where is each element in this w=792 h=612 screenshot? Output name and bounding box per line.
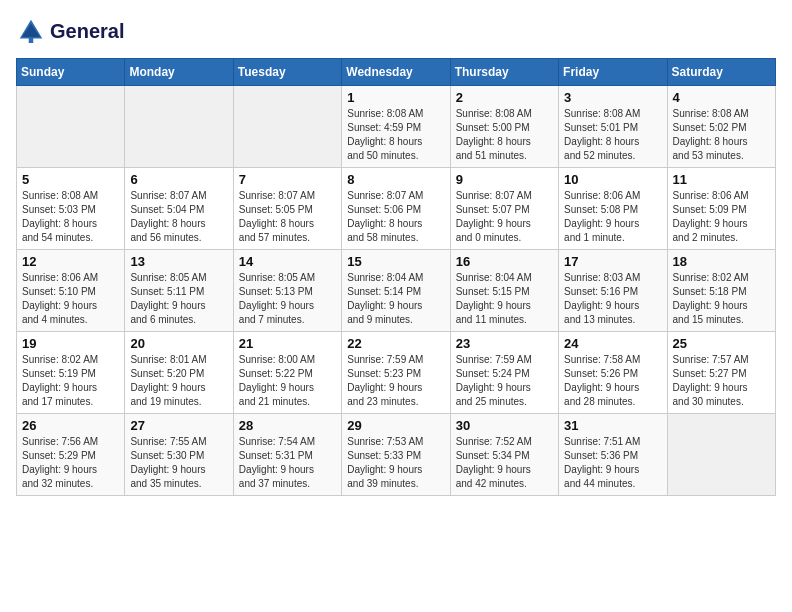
calendar-header-row: SundayMondayTuesdayWednesdayThursdayFrid… (17, 59, 776, 86)
calendar-cell: 29Sunrise: 7:53 AM Sunset: 5:33 PM Dayli… (342, 414, 450, 496)
calendar-cell: 23Sunrise: 7:59 AM Sunset: 5:24 PM Dayli… (450, 332, 558, 414)
day-number: 7 (239, 172, 336, 187)
calendar-table: SundayMondayTuesdayWednesdayThursdayFrid… (16, 58, 776, 496)
calendar-cell (667, 414, 775, 496)
day-info: Sunrise: 8:06 AM Sunset: 5:09 PM Dayligh… (673, 189, 770, 245)
calendar-body: 1Sunrise: 8:08 AM Sunset: 4:59 PM Daylig… (17, 86, 776, 496)
day-info: Sunrise: 7:59 AM Sunset: 5:24 PM Dayligh… (456, 353, 553, 409)
calendar-cell: 12Sunrise: 8:06 AM Sunset: 5:10 PM Dayli… (17, 250, 125, 332)
day-number: 9 (456, 172, 553, 187)
svg-rect-2 (29, 37, 34, 43)
day-info: Sunrise: 8:08 AM Sunset: 5:02 PM Dayligh… (673, 107, 770, 163)
calendar-cell: 21Sunrise: 8:00 AM Sunset: 5:22 PM Dayli… (233, 332, 341, 414)
day-number: 22 (347, 336, 444, 351)
day-info: Sunrise: 8:07 AM Sunset: 5:06 PM Dayligh… (347, 189, 444, 245)
calendar-cell: 24Sunrise: 7:58 AM Sunset: 5:26 PM Dayli… (559, 332, 667, 414)
day-info: Sunrise: 7:59 AM Sunset: 5:23 PM Dayligh… (347, 353, 444, 409)
day-number: 14 (239, 254, 336, 269)
day-header-tuesday: Tuesday (233, 59, 341, 86)
calendar-week-3: 12Sunrise: 8:06 AM Sunset: 5:10 PM Dayli… (17, 250, 776, 332)
calendar-cell: 10Sunrise: 8:06 AM Sunset: 5:08 PM Dayli… (559, 168, 667, 250)
calendar-cell (125, 86, 233, 168)
logo-text: General (50, 20, 124, 42)
calendar-cell: 8Sunrise: 8:07 AM Sunset: 5:06 PM Daylig… (342, 168, 450, 250)
day-header-monday: Monday (125, 59, 233, 86)
calendar-cell: 18Sunrise: 8:02 AM Sunset: 5:18 PM Dayli… (667, 250, 775, 332)
day-number: 26 (22, 418, 119, 433)
day-info: Sunrise: 8:06 AM Sunset: 5:08 PM Dayligh… (564, 189, 661, 245)
day-info: Sunrise: 8:04 AM Sunset: 5:15 PM Dayligh… (456, 271, 553, 327)
day-number: 10 (564, 172, 661, 187)
day-header-thursday: Thursday (450, 59, 558, 86)
day-number: 6 (130, 172, 227, 187)
day-info: Sunrise: 8:08 AM Sunset: 5:01 PM Dayligh… (564, 107, 661, 163)
day-info: Sunrise: 7:52 AM Sunset: 5:34 PM Dayligh… (456, 435, 553, 491)
day-number: 4 (673, 90, 770, 105)
day-number: 8 (347, 172, 444, 187)
day-info: Sunrise: 8:08 AM Sunset: 4:59 PM Dayligh… (347, 107, 444, 163)
day-number: 21 (239, 336, 336, 351)
calendar-cell: 15Sunrise: 8:04 AM Sunset: 5:14 PM Dayli… (342, 250, 450, 332)
calendar-cell: 14Sunrise: 8:05 AM Sunset: 5:13 PM Dayli… (233, 250, 341, 332)
calendar-cell: 5Sunrise: 8:08 AM Sunset: 5:03 PM Daylig… (17, 168, 125, 250)
day-info: Sunrise: 8:03 AM Sunset: 5:16 PM Dayligh… (564, 271, 661, 327)
calendar-cell: 3Sunrise: 8:08 AM Sunset: 5:01 PM Daylig… (559, 86, 667, 168)
day-number: 16 (456, 254, 553, 269)
calendar-week-2: 5Sunrise: 8:08 AM Sunset: 5:03 PM Daylig… (17, 168, 776, 250)
day-number: 18 (673, 254, 770, 269)
logo: General (16, 16, 124, 46)
day-header-friday: Friday (559, 59, 667, 86)
day-info: Sunrise: 8:07 AM Sunset: 5:07 PM Dayligh… (456, 189, 553, 245)
calendar-cell: 30Sunrise: 7:52 AM Sunset: 5:34 PM Dayli… (450, 414, 558, 496)
day-number: 1 (347, 90, 444, 105)
logo-icon (16, 16, 46, 46)
day-number: 19 (22, 336, 119, 351)
calendar-week-4: 19Sunrise: 8:02 AM Sunset: 5:19 PM Dayli… (17, 332, 776, 414)
day-number: 23 (456, 336, 553, 351)
calendar-cell: 19Sunrise: 8:02 AM Sunset: 5:19 PM Dayli… (17, 332, 125, 414)
page-header: General (16, 16, 776, 46)
calendar-cell: 31Sunrise: 7:51 AM Sunset: 5:36 PM Dayli… (559, 414, 667, 496)
day-number: 29 (347, 418, 444, 433)
day-info: Sunrise: 8:04 AM Sunset: 5:14 PM Dayligh… (347, 271, 444, 327)
calendar-cell (233, 86, 341, 168)
day-info: Sunrise: 7:57 AM Sunset: 5:27 PM Dayligh… (673, 353, 770, 409)
day-info: Sunrise: 7:55 AM Sunset: 5:30 PM Dayligh… (130, 435, 227, 491)
day-header-sunday: Sunday (17, 59, 125, 86)
day-info: Sunrise: 8:00 AM Sunset: 5:22 PM Dayligh… (239, 353, 336, 409)
day-info: Sunrise: 8:02 AM Sunset: 5:19 PM Dayligh… (22, 353, 119, 409)
calendar-cell: 9Sunrise: 8:07 AM Sunset: 5:07 PM Daylig… (450, 168, 558, 250)
day-info: Sunrise: 8:05 AM Sunset: 5:13 PM Dayligh… (239, 271, 336, 327)
day-number: 30 (456, 418, 553, 433)
day-info: Sunrise: 7:54 AM Sunset: 5:31 PM Dayligh… (239, 435, 336, 491)
day-number: 31 (564, 418, 661, 433)
day-number: 27 (130, 418, 227, 433)
calendar-cell: 22Sunrise: 7:59 AM Sunset: 5:23 PM Dayli… (342, 332, 450, 414)
day-info: Sunrise: 8:02 AM Sunset: 5:18 PM Dayligh… (673, 271, 770, 327)
day-info: Sunrise: 7:56 AM Sunset: 5:29 PM Dayligh… (22, 435, 119, 491)
calendar-cell: 27Sunrise: 7:55 AM Sunset: 5:30 PM Dayli… (125, 414, 233, 496)
day-info: Sunrise: 7:58 AM Sunset: 5:26 PM Dayligh… (564, 353, 661, 409)
calendar-cell (17, 86, 125, 168)
calendar-cell: 28Sunrise: 7:54 AM Sunset: 5:31 PM Dayli… (233, 414, 341, 496)
day-number: 17 (564, 254, 661, 269)
day-number: 15 (347, 254, 444, 269)
day-number: 11 (673, 172, 770, 187)
day-info: Sunrise: 8:08 AM Sunset: 5:03 PM Dayligh… (22, 189, 119, 245)
day-info: Sunrise: 8:07 AM Sunset: 5:04 PM Dayligh… (130, 189, 227, 245)
calendar-cell: 4Sunrise: 8:08 AM Sunset: 5:02 PM Daylig… (667, 86, 775, 168)
day-number: 12 (22, 254, 119, 269)
day-number: 24 (564, 336, 661, 351)
calendar-cell: 11Sunrise: 8:06 AM Sunset: 5:09 PM Dayli… (667, 168, 775, 250)
calendar-cell: 16Sunrise: 8:04 AM Sunset: 5:15 PM Dayli… (450, 250, 558, 332)
day-info: Sunrise: 8:08 AM Sunset: 5:00 PM Dayligh… (456, 107, 553, 163)
calendar-cell: 6Sunrise: 8:07 AM Sunset: 5:04 PM Daylig… (125, 168, 233, 250)
day-info: Sunrise: 7:51 AM Sunset: 5:36 PM Dayligh… (564, 435, 661, 491)
day-header-saturday: Saturday (667, 59, 775, 86)
day-number: 5 (22, 172, 119, 187)
calendar-cell: 26Sunrise: 7:56 AM Sunset: 5:29 PM Dayli… (17, 414, 125, 496)
day-header-wednesday: Wednesday (342, 59, 450, 86)
calendar-cell: 7Sunrise: 8:07 AM Sunset: 5:05 PM Daylig… (233, 168, 341, 250)
calendar-cell: 1Sunrise: 8:08 AM Sunset: 4:59 PM Daylig… (342, 86, 450, 168)
calendar-cell: 25Sunrise: 7:57 AM Sunset: 5:27 PM Dayli… (667, 332, 775, 414)
